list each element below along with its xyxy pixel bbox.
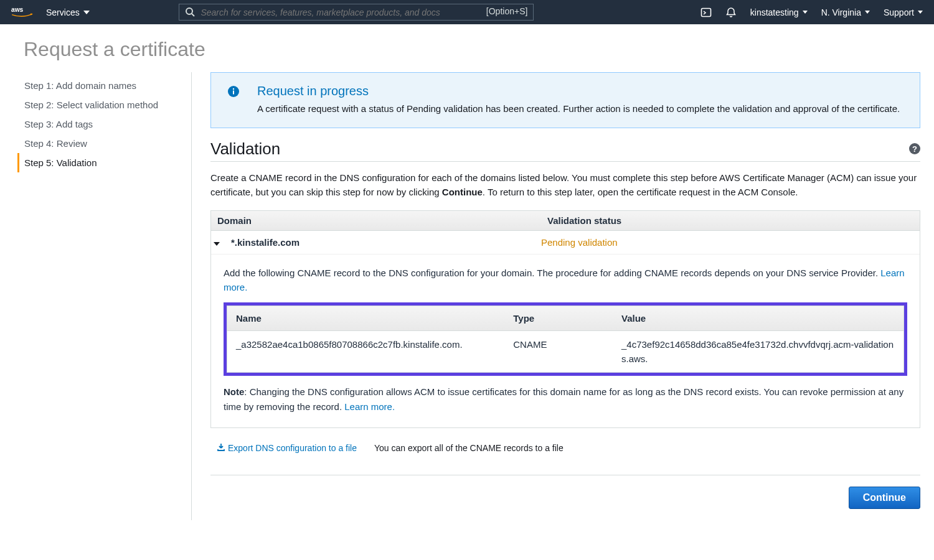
main-content: Request in progress A certificate reques… bbox=[192, 72, 920, 520]
svg-rect-3 bbox=[701, 8, 710, 16]
detail-text: Add the following CNAME record to the DN… bbox=[224, 266, 907, 295]
search-icon bbox=[185, 7, 195, 19]
export-note: You can export all of the CNAME records … bbox=[374, 443, 564, 453]
download-icon bbox=[217, 443, 225, 454]
svg-point-6 bbox=[233, 88, 234, 90]
cloudshell-icon[interactable] bbox=[700, 7, 712, 18]
sidebar-step-1[interactable]: Step 1: Add domain names bbox=[17, 76, 191, 95]
caret-down-icon bbox=[803, 11, 808, 14]
section-description: Create a CNAME record in the DNS configu… bbox=[210, 170, 920, 200]
export-row: Export DNS configuration to a file You c… bbox=[210, 439, 920, 457]
search-input[interactable] bbox=[179, 4, 534, 21]
export-dns-link[interactable]: Export DNS configuration to a file bbox=[217, 443, 357, 454]
dns-table: Name Type Value _a32582ae4ca1b0865f80708… bbox=[227, 306, 904, 373]
support-label: Support bbox=[884, 7, 914, 17]
caret-down-icon bbox=[865, 11, 870, 14]
note-text: Note: Changing the DNS configuration all… bbox=[224, 385, 907, 414]
sidebar-step-4[interactable]: Step 4: Review bbox=[17, 134, 191, 153]
validation-status: Pending validation bbox=[541, 237, 913, 248]
dns-name: _a32582ae4ca1b0865f80708866c2c7fb.kinsta… bbox=[227, 331, 504, 373]
help-icon[interactable]: ? bbox=[909, 143, 920, 154]
dns-value: _4c73ef92c14658dd36ca85e4fe31732d.chvvfd… bbox=[613, 331, 903, 373]
account-menu[interactable]: kinstatesting bbox=[750, 7, 808, 17]
search-shortcut: [Option+S] bbox=[486, 6, 528, 16]
dns-header-type: Type bbox=[504, 306, 613, 331]
top-nav-right: kinstatesting N. Virginia Support bbox=[700, 7, 923, 18]
footer: Continue bbox=[210, 475, 920, 520]
header-status: Validation status bbox=[547, 215, 913, 226]
domain-detail: Add the following CNAME record to the DN… bbox=[211, 254, 920, 427]
top-nav: aws Services [Option+S] kinstatesting N.… bbox=[0, 0, 934, 24]
region-label: N. Virginia bbox=[821, 7, 861, 17]
svg-rect-5 bbox=[233, 91, 234, 95]
dns-type: CNAME bbox=[504, 331, 613, 373]
sidebar: Step 1: Add domain names Step 2: Select … bbox=[14, 72, 192, 520]
search-container: [Option+S] bbox=[179, 4, 534, 21]
sidebar-step-5[interactable]: Step 5: Validation bbox=[17, 153, 191, 172]
support-menu[interactable]: Support bbox=[884, 7, 923, 17]
alert-title: Request in progress bbox=[257, 84, 900, 98]
domain-table-header: Domain Validation status bbox=[211, 211, 920, 231]
header-domain: Domain bbox=[217, 215, 547, 226]
svg-point-1 bbox=[186, 8, 192, 14]
domain-name: *.kinstalife.com bbox=[231, 237, 300, 248]
aws-logo[interactable]: aws bbox=[11, 6, 34, 19]
dns-row: _a32582ae4ca1b0865f80708866c2c7fb.kinsta… bbox=[227, 331, 903, 373]
caret-down-icon bbox=[918, 11, 923, 14]
dns-header-name: Name bbox=[227, 306, 504, 331]
alert-body: A certificate request with a status of P… bbox=[257, 102, 900, 116]
sidebar-step-3[interactable]: Step 3: Add tags bbox=[17, 114, 191, 134]
continue-button[interactable]: Continue bbox=[849, 487, 920, 509]
services-menu[interactable]: Services bbox=[46, 7, 90, 17]
page-title: Request a certificate bbox=[0, 24, 934, 72]
notifications-icon[interactable] bbox=[725, 7, 737, 18]
expand-caret-icon[interactable] bbox=[214, 237, 222, 248]
dns-header-value: Value bbox=[613, 306, 903, 331]
domain-panel: Domain Validation status *.kinstalife.co… bbox=[210, 210, 920, 428]
sidebar-step-2[interactable]: Step 2: Select validation method bbox=[17, 95, 191, 114]
section-title: Validation bbox=[210, 139, 280, 159]
caret-down-icon bbox=[83, 11, 90, 14]
svg-text:aws: aws bbox=[11, 6, 24, 12]
dns-record-highlight: Name Type Value _a32582ae4ca1b0865f80708… bbox=[224, 302, 907, 376]
services-label: Services bbox=[46, 7, 80, 17]
domain-row[interactable]: *.kinstalife.com Pending validation bbox=[211, 231, 920, 254]
note-learn-more-link[interactable]: Learn more. bbox=[344, 401, 395, 412]
info-icon bbox=[227, 85, 240, 100]
svg-line-2 bbox=[192, 14, 194, 16]
region-menu[interactable]: N. Virginia bbox=[821, 7, 870, 17]
account-label: kinstatesting bbox=[750, 7, 799, 17]
info-alert: Request in progress A certificate reques… bbox=[210, 72, 920, 128]
